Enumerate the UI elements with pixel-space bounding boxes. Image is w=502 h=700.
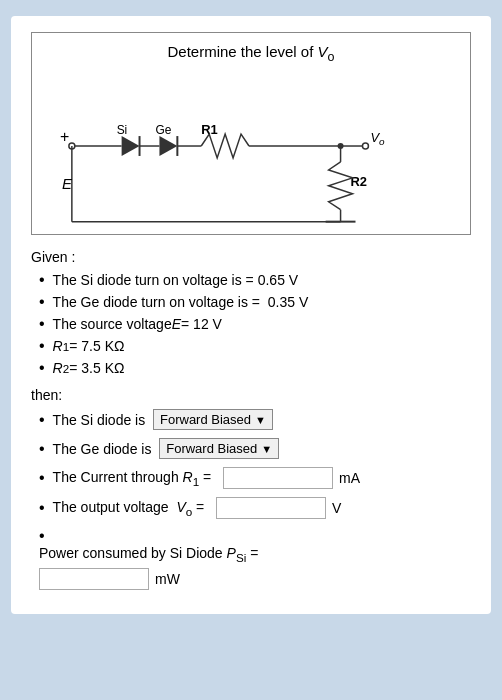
given-section: Given : The Si diode turn on voltage is … — [31, 249, 471, 377]
power-prefix: Power consumed by Si Diode PSi = — [39, 545, 258, 564]
current-r1-prefix: The Current through R1 = — [53, 469, 219, 488]
svg-text:Vo: Vo — [370, 130, 385, 147]
ge-diode-arrow-icon: ▼ — [261, 443, 272, 455]
output-voltage-item: The output voltage Vo = V — [39, 497, 471, 519]
output-voltage-prefix: The output voltage Vo = — [53, 499, 212, 518]
circuit-diagram: + Si Ge — [42, 74, 460, 224]
ge-diode-item: The Ge diode is Forward Biased ▼ — [39, 438, 471, 459]
svg-point-15 — [362, 143, 368, 149]
svg-text:Ge: Ge — [155, 123, 171, 137]
circuit-title: Determine the level of Vo — [42, 43, 460, 64]
si-diode-arrow-icon: ▼ — [255, 414, 266, 426]
then-label: then: — [31, 387, 471, 403]
power-unit: mW — [155, 571, 180, 587]
ge-diode-prefix: The Ge diode is — [53, 441, 160, 457]
power-input[interactable] — [39, 568, 149, 590]
si-diode-value: Forward Biased — [160, 412, 251, 427]
svg-marker-8 — [159, 136, 177, 156]
given-item-4: R1 = 7.5 KΩ — [39, 337, 471, 355]
given-list: The Si diode turn on voltage is = 0.65 V… — [39, 271, 471, 377]
given-item-1: The Si diode turn on voltage is = 0.65 V — [39, 271, 471, 289]
svg-text:R2: R2 — [351, 174, 368, 189]
ge-diode-select[interactable]: Forward Biased ▼ — [159, 438, 279, 459]
si-diode-select[interactable]: Forward Biased ▼ — [153, 409, 273, 430]
given-item-2: The Ge diode turn on voltage is = 0.35 V — [39, 293, 471, 311]
circuit-svg: + Si Ge — [42, 74, 460, 224]
then-section: then: The Si diode is Forward Biased ▼ T… — [31, 387, 471, 590]
page: Determine the level of Vo + Si — [11, 16, 491, 614]
circuit-area: Determine the level of Vo + Si — [31, 32, 471, 235]
svg-text:Si: Si — [117, 123, 128, 137]
si-diode-prefix: The Si diode is — [53, 412, 153, 428]
svg-text:+: + — [60, 128, 69, 145]
power-item: Power consumed by Si Diode PSi = mW — [39, 527, 471, 590]
ge-diode-value: Forward Biased — [166, 441, 257, 456]
given-label: Given : — [31, 249, 471, 265]
current-r1-unit: mA — [339, 470, 360, 486]
given-item-3: The source voltage E = 12 V — [39, 315, 471, 333]
svg-text:E: E — [62, 175, 73, 192]
si-diode-item: The Si diode is Forward Biased ▼ — [39, 409, 471, 430]
given-item-5: R2 = 3.5 KΩ — [39, 359, 471, 377]
svg-marker-4 — [122, 136, 140, 156]
current-r1-item: The Current through R1 = mA — [39, 467, 471, 489]
then-list: The Si diode is Forward Biased ▼ The Ge … — [39, 409, 471, 590]
output-voltage-unit: V — [332, 500, 341, 516]
current-r1-input[interactable] — [223, 467, 333, 489]
output-voltage-input[interactable] — [216, 497, 326, 519]
